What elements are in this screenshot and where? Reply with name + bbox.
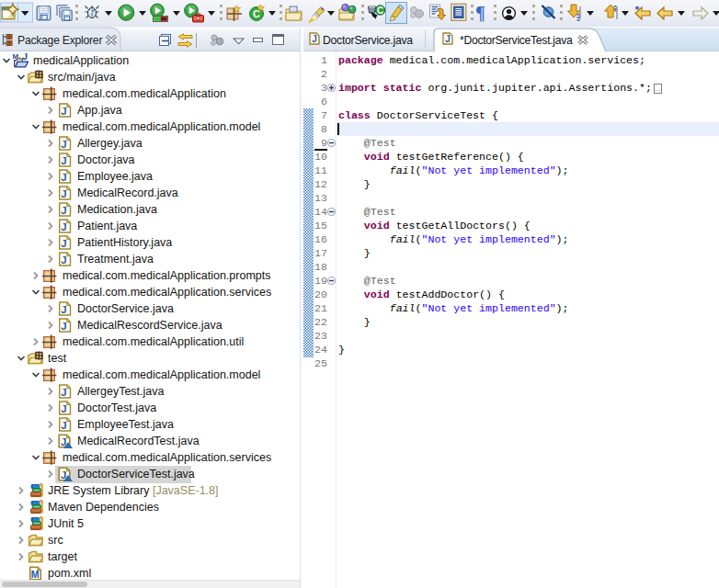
svg-text:¶: ¶: [475, 3, 485, 23]
svg-text:C: C: [377, 6, 383, 16]
